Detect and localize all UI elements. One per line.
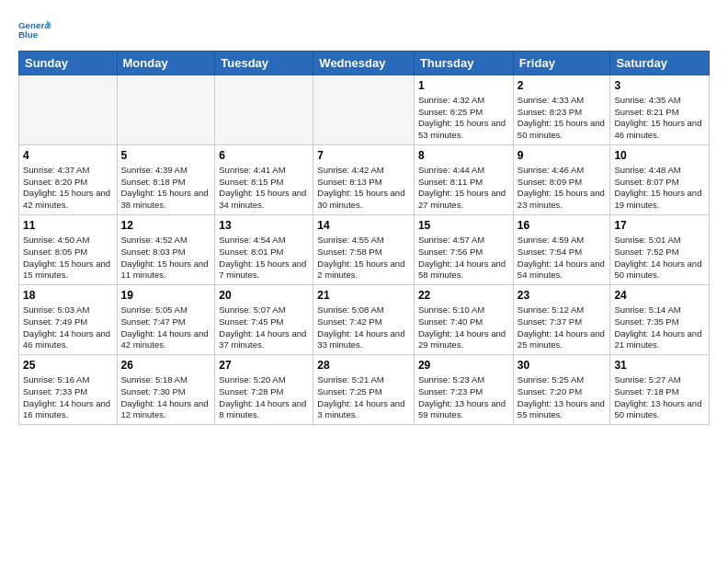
calendar-day-cell: [19, 75, 118, 145]
calendar-day-cell: [313, 75, 415, 145]
day-info: Sunrise: 5:27 AM Sunset: 7:18 PM Dayligh…: [614, 374, 705, 421]
weekday-header-friday: Friday: [513, 52, 610, 75]
calendar-day-cell: 30Sunrise: 5:25 AM Sunset: 7:20 PM Dayli…: [513, 355, 610, 425]
calendar-day-cell: 11Sunrise: 4:50 AM Sunset: 8:05 PM Dayli…: [19, 215, 118, 285]
day-info: Sunrise: 4:44 AM Sunset: 8:11 PM Dayligh…: [418, 165, 509, 212]
day-number: 11: [23, 218, 113, 234]
day-number: 15: [418, 218, 509, 234]
day-info: Sunrise: 5:08 AM Sunset: 7:42 PM Dayligh…: [317, 304, 410, 351]
day-info: Sunrise: 5:07 AM Sunset: 7:45 PM Dayligh…: [219, 304, 309, 351]
day-number: 30: [518, 358, 607, 373]
day-number: 18: [23, 288, 113, 304]
day-info: Sunrise: 4:50 AM Sunset: 8:05 PM Dayligh…: [23, 235, 113, 282]
calendar-day-cell: 8Sunrise: 4:44 AM Sunset: 8:11 PM Daylig…: [414, 145, 513, 215]
day-info: Sunrise: 5:21 AM Sunset: 7:25 PM Dayligh…: [317, 374, 410, 421]
calendar-day-cell: 7Sunrise: 4:42 AM Sunset: 8:13 PM Daylig…: [313, 145, 415, 215]
day-info: Sunrise: 5:12 AM Sunset: 7:37 PM Dayligh…: [518, 304, 607, 351]
calendar-day-cell: 21Sunrise: 5:08 AM Sunset: 7:42 PM Dayli…: [313, 285, 415, 355]
calendar-day-cell: 3Sunrise: 4:35 AM Sunset: 8:21 PM Daylig…: [610, 75, 710, 145]
calendar-day-cell: [117, 75, 215, 145]
day-info: Sunrise: 4:39 AM Sunset: 8:18 PM Dayligh…: [121, 165, 211, 212]
calendar-day-cell: 5Sunrise: 4:39 AM Sunset: 8:18 PM Daylig…: [117, 145, 215, 215]
day-info: Sunrise: 5:20 AM Sunset: 7:28 PM Dayligh…: [219, 374, 309, 421]
calendar-week-row: 11Sunrise: 4:50 AM Sunset: 8:05 PM Dayli…: [19, 215, 710, 285]
day-info: Sunrise: 5:16 AM Sunset: 7:33 PM Dayligh…: [23, 374, 113, 421]
day-number: 7: [317, 148, 410, 164]
day-info: Sunrise: 4:59 AM Sunset: 7:54 PM Dayligh…: [518, 235, 607, 282]
logo-container: General Blue: [18, 14, 51, 46]
calendar-day-cell: 28Sunrise: 5:21 AM Sunset: 7:25 PM Dayli…: [313, 355, 415, 425]
day-number: 28: [317, 358, 410, 373]
day-info: Sunrise: 4:54 AM Sunset: 8:01 PM Dayligh…: [219, 235, 309, 282]
calendar-day-cell: 16Sunrise: 4:59 AM Sunset: 7:54 PM Dayli…: [513, 215, 610, 285]
day-number: 5: [121, 148, 211, 164]
day-number: 3: [614, 78, 705, 94]
calendar-day-cell: 12Sunrise: 4:52 AM Sunset: 8:03 PM Dayli…: [117, 215, 215, 285]
day-number: 8: [418, 148, 509, 164]
day-number: 25: [23, 358, 113, 373]
calendar-day-cell: 18Sunrise: 5:03 AM Sunset: 7:49 PM Dayli…: [19, 285, 118, 355]
calendar-day-cell: 9Sunrise: 4:46 AM Sunset: 8:09 PM Daylig…: [513, 145, 610, 215]
day-info: Sunrise: 4:57 AM Sunset: 7:56 PM Dayligh…: [418, 235, 509, 282]
day-info: Sunrise: 5:01 AM Sunset: 7:52 PM Dayligh…: [614, 235, 705, 282]
calendar-day-cell: 25Sunrise: 5:16 AM Sunset: 7:33 PM Dayli…: [19, 355, 118, 425]
day-info: Sunrise: 4:35 AM Sunset: 8:21 PM Dayligh…: [614, 95, 705, 142]
day-info: Sunrise: 4:41 AM Sunset: 8:15 PM Dayligh…: [219, 165, 309, 212]
day-number: 24: [614, 288, 705, 304]
calendar-day-cell: 15Sunrise: 4:57 AM Sunset: 7:56 PM Dayli…: [414, 215, 513, 285]
weekday-header-monday: Monday: [117, 52, 215, 75]
day-info: Sunrise: 4:32 AM Sunset: 8:25 PM Dayligh…: [418, 95, 509, 142]
day-number: 4: [23, 148, 113, 164]
weekday-header-sunday: Sunday: [19, 52, 118, 75]
day-info: Sunrise: 5:23 AM Sunset: 7:23 PM Dayligh…: [418, 374, 509, 421]
weekday-header-tuesday: Tuesday: [215, 52, 313, 75]
svg-text:Blue: Blue: [18, 29, 39, 40]
day-info: Sunrise: 4:55 AM Sunset: 7:58 PM Dayligh…: [317, 235, 410, 282]
day-info: Sunrise: 4:46 AM Sunset: 8:09 PM Dayligh…: [518, 165, 607, 212]
weekday-header-saturday: Saturday: [610, 52, 710, 75]
calendar-day-cell: 2Sunrise: 4:33 AM Sunset: 8:23 PM Daylig…: [513, 75, 610, 145]
day-info: Sunrise: 4:37 AM Sunset: 8:20 PM Dayligh…: [23, 165, 113, 212]
day-number: 17: [614, 218, 705, 234]
calendar-week-row: 4Sunrise: 4:37 AM Sunset: 8:20 PM Daylig…: [19, 145, 710, 215]
day-number: 22: [418, 288, 509, 304]
day-info: Sunrise: 5:05 AM Sunset: 7:47 PM Dayligh…: [121, 304, 211, 351]
calendar-wrapper: SundayMondayTuesdayWednesdayThursdayFrid…: [0, 51, 728, 434]
day-number: 6: [219, 148, 309, 164]
day-number: 19: [121, 288, 211, 304]
day-number: 27: [219, 358, 309, 373]
day-number: 14: [317, 218, 410, 234]
calendar-day-cell: [215, 75, 313, 145]
day-number: 21: [317, 288, 410, 304]
calendar-day-cell: 19Sunrise: 5:05 AM Sunset: 7:47 PM Dayli…: [117, 285, 215, 355]
calendar-day-cell: 24Sunrise: 5:14 AM Sunset: 7:35 PM Dayli…: [610, 285, 710, 355]
calendar-day-cell: 27Sunrise: 5:20 AM Sunset: 7:28 PM Dayli…: [215, 355, 313, 425]
calendar-day-cell: 14Sunrise: 4:55 AM Sunset: 7:58 PM Dayli…: [313, 215, 415, 285]
calendar-day-cell: 6Sunrise: 4:41 AM Sunset: 8:15 PM Daylig…: [215, 145, 313, 215]
calendar-day-cell: 13Sunrise: 4:54 AM Sunset: 8:01 PM Dayli…: [215, 215, 313, 285]
calendar-day-cell: 20Sunrise: 5:07 AM Sunset: 7:45 PM Dayli…: [215, 285, 313, 355]
day-info: Sunrise: 5:25 AM Sunset: 7:20 PM Dayligh…: [518, 374, 607, 421]
calendar-day-cell: 1Sunrise: 4:32 AM Sunset: 8:25 PM Daylig…: [414, 75, 513, 145]
calendar-day-cell: 10Sunrise: 4:48 AM Sunset: 8:07 PM Dayli…: [610, 145, 710, 215]
day-info: Sunrise: 5:14 AM Sunset: 7:35 PM Dayligh…: [614, 304, 705, 351]
calendar-day-cell: 4Sunrise: 4:37 AM Sunset: 8:20 PM Daylig…: [19, 145, 118, 215]
day-info: Sunrise: 5:18 AM Sunset: 7:30 PM Dayligh…: [121, 374, 211, 421]
day-number: 26: [121, 358, 211, 373]
calendar-table: SundayMondayTuesdayWednesdayThursdayFrid…: [18, 51, 710, 425]
calendar-day-cell: 23Sunrise: 5:12 AM Sunset: 7:37 PM Dayli…: [513, 285, 610, 355]
calendar-day-cell: 29Sunrise: 5:23 AM Sunset: 7:23 PM Dayli…: [414, 355, 513, 425]
day-number: 12: [121, 218, 211, 234]
day-number: 16: [518, 218, 607, 234]
calendar-day-cell: 26Sunrise: 5:18 AM Sunset: 7:30 PM Dayli…: [117, 355, 215, 425]
day-info: Sunrise: 5:03 AM Sunset: 7:49 PM Dayligh…: [23, 304, 113, 351]
calendar-day-cell: 22Sunrise: 5:10 AM Sunset: 7:40 PM Dayli…: [414, 285, 513, 355]
calendar-week-row: 1Sunrise: 4:32 AM Sunset: 8:25 PM Daylig…: [19, 75, 710, 145]
calendar-week-row: 25Sunrise: 5:16 AM Sunset: 7:33 PM Dayli…: [19, 355, 710, 425]
calendar-day-cell: 31Sunrise: 5:27 AM Sunset: 7:18 PM Dayli…: [610, 355, 710, 425]
day-number: 29: [418, 358, 509, 373]
day-number: 1: [418, 78, 509, 94]
day-number: 31: [614, 358, 705, 373]
calendar-day-cell: 17Sunrise: 5:01 AM Sunset: 7:52 PM Dayli…: [610, 215, 710, 285]
day-info: Sunrise: 4:33 AM Sunset: 8:23 PM Dayligh…: [518, 95, 607, 142]
